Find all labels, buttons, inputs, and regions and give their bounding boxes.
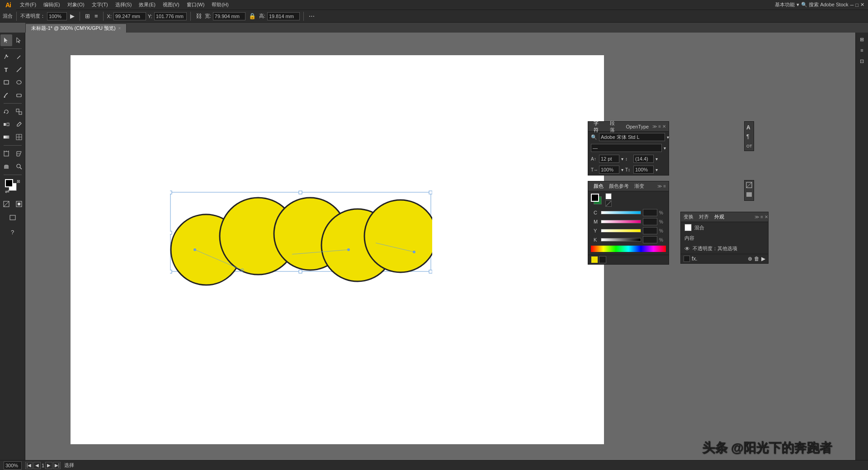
font-search-input[interactable] xyxy=(599,133,665,141)
menu-file[interactable]: 文件(F) xyxy=(16,0,40,10)
leading-input[interactable] xyxy=(633,155,654,163)
font-dropdown-arrow[interactable]: ▾ xyxy=(667,135,669,140)
tab-paragraph[interactable]: 段落 xyxy=(607,119,623,134)
tab-opentype[interactable]: OpenType xyxy=(623,123,651,130)
hand-tool-btn[interactable] xyxy=(0,161,12,172)
menu-select[interactable]: 选择(S) xyxy=(112,0,136,10)
panel-char-expand[interactable]: ≫ xyxy=(652,124,657,129)
slice-tool-btn[interactable] xyxy=(13,148,25,160)
panel-toggle-3[interactable]: ⊡ xyxy=(857,56,867,66)
panel-transform-expand[interactable]: ≫ xyxy=(755,214,759,219)
char-icon-para[interactable]: ¶ xyxy=(745,132,753,140)
tab-transform[interactable]: 变换 xyxy=(681,213,696,221)
tab-color-ref[interactable]: 颜色参考 xyxy=(606,182,632,190)
question-btn[interactable]: ? xyxy=(7,226,19,238)
appear-swatch[interactable] xyxy=(684,224,692,231)
blend-tool-btn[interactable] xyxy=(0,119,12,130)
scale-tool-btn[interactable] xyxy=(13,106,25,118)
tab-close-btn[interactable]: × xyxy=(118,26,121,31)
menu-edit[interactable]: 编辑(E) xyxy=(40,0,64,10)
gradient-tool-btn[interactable] xyxy=(0,131,12,143)
w-input[interactable] xyxy=(213,12,245,20)
tab-character[interactable]: 字符 xyxy=(591,119,606,134)
appear-check-box[interactable] xyxy=(684,256,690,262)
appear-add-btn[interactable]: ⊕ xyxy=(748,256,752,262)
menu-view[interactable]: 视图(V) xyxy=(159,0,183,10)
pencil-tool-btn[interactable] xyxy=(13,51,25,63)
menu-window[interactable]: 窗口(W) xyxy=(183,0,208,10)
panel-toggle-1[interactable]: ⊞ xyxy=(857,34,867,44)
panel-transform-close[interactable]: ✕ xyxy=(764,214,768,219)
dark-swatch[interactable] xyxy=(599,256,606,263)
opacity-eye-icon[interactable]: 👁 xyxy=(684,246,690,252)
font-size-input[interactable] xyxy=(599,155,619,163)
link-icon[interactable]: ⛓ xyxy=(194,12,203,21)
panel-color-expand[interactable]: ≫ xyxy=(657,184,662,189)
close-btn[interactable]: ✕ xyxy=(860,2,864,8)
line-tool-btn[interactable] xyxy=(13,64,25,76)
y-bar[interactable] xyxy=(601,229,641,233)
tab-appearance[interactable]: 外观 xyxy=(712,213,727,221)
next-page-btn[interactable]: ▶ xyxy=(45,462,52,469)
y-input[interactable] xyxy=(643,227,657,234)
color-fg-swatch[interactable] xyxy=(591,194,599,202)
panel-char-menu[interactable]: ≡ xyxy=(658,124,661,129)
opacity-input[interactable] xyxy=(47,12,67,20)
first-page-btn[interactable]: |◀ xyxy=(25,462,33,469)
eyedropper-tool-btn[interactable] xyxy=(13,119,25,130)
char-icon-ot[interactable]: OT xyxy=(745,141,753,149)
c-bar[interactable] xyxy=(601,211,641,214)
more-options-icon[interactable]: ⋯ xyxy=(307,12,316,21)
color-white-swatch[interactable] xyxy=(605,193,612,199)
zoom-input[interactable] xyxy=(4,461,22,470)
eraser-tool-btn[interactable] xyxy=(13,89,25,101)
scale-v-input[interactable] xyxy=(633,166,654,174)
color-icon-2[interactable] xyxy=(745,191,753,199)
selection-tool-btn[interactable] xyxy=(0,34,12,46)
search-adobe-stock[interactable]: 🔍 搜索 Adobe Stock xyxy=(801,1,849,8)
color-spectrum[interactable] xyxy=(591,246,666,252)
scale-h-input[interactable] xyxy=(599,166,619,174)
restore-btn[interactable]: □ xyxy=(855,2,859,8)
menu-object[interactable]: 对象(O) xyxy=(64,0,88,10)
yellow-swatch[interactable] xyxy=(591,256,598,263)
align-icon[interactable]: ≡ xyxy=(93,12,99,21)
h-input[interactable] xyxy=(267,12,300,20)
leading-arrow[interactable]: ▾ xyxy=(656,157,658,161)
last-page-btn[interactable]: ▶| xyxy=(53,462,61,469)
appear-menu-btn[interactable]: ▶ xyxy=(761,256,765,262)
document-tab[interactable]: 未标题-1* @ 300% (CMYK/GPU 预览) × xyxy=(25,24,127,33)
scale-h-arrow[interactable]: ▾ xyxy=(621,167,623,172)
appear-delete-btn[interactable]: 🗑 xyxy=(754,256,760,262)
change-screen-mode-btn[interactable] xyxy=(7,212,19,223)
tab-align[interactable]: 对齐 xyxy=(696,213,712,221)
m-bar[interactable] xyxy=(601,220,641,223)
color-black-swatch[interactable] xyxy=(605,200,612,207)
menu-help[interactable]: 帮助(H) xyxy=(208,0,232,10)
direct-selection-tool-btn[interactable] xyxy=(13,34,25,46)
constrain-icon[interactable]: 🔒 xyxy=(247,12,257,21)
tab-color[interactable]: 颜色 xyxy=(591,182,606,190)
pen-tool-btn[interactable] xyxy=(0,51,12,63)
ellipse-tool-btn[interactable] xyxy=(13,76,25,88)
color-icon-1[interactable] xyxy=(745,182,753,190)
x-input[interactable] xyxy=(113,12,146,20)
font-style-input[interactable] xyxy=(591,144,662,152)
scale-v-arrow[interactable]: ▾ xyxy=(656,167,658,172)
brush-tool-btn[interactable] xyxy=(0,89,12,101)
tab-gradient[interactable]: 渐变 xyxy=(632,182,647,190)
m-input[interactable] xyxy=(643,218,657,225)
rotate-tool-btn[interactable] xyxy=(0,106,12,118)
minimize-btn[interactable]: ─ xyxy=(850,2,854,8)
c-input[interactable] xyxy=(643,209,657,216)
rectangle-tool-btn[interactable] xyxy=(0,76,12,88)
mesh-tool-btn[interactable] xyxy=(13,131,25,143)
y-input[interactable] xyxy=(154,12,187,20)
transform-icon[interactable]: ⊞ xyxy=(84,12,91,21)
char-icon-A[interactable]: A xyxy=(745,123,753,131)
panel-transform-menu[interactable]: ≡ xyxy=(760,214,763,219)
menu-type[interactable]: 文字(T) xyxy=(88,0,112,10)
type-tool-btn[interactable]: T xyxy=(0,64,12,76)
swap-colors-btn[interactable]: ⇌ xyxy=(5,188,9,195)
k-input[interactable] xyxy=(643,236,657,243)
